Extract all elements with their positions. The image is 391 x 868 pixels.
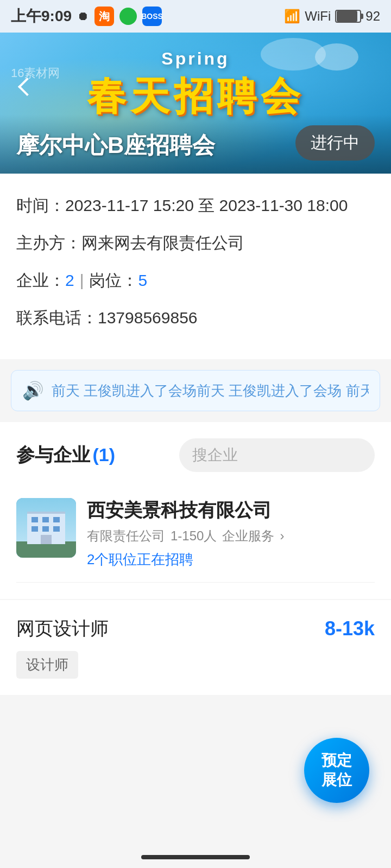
- search-input-wrapper[interactable]: 搜企业: [179, 438, 375, 472]
- battery-icon: [335, 10, 361, 23]
- position-count: 5: [138, 268, 147, 292]
- section-title-group: 参与企业 (1): [16, 443, 115, 468]
- green-app-icon: [119, 8, 137, 25]
- organizer-value: 网来网去有限责任公司: [81, 231, 244, 255]
- svg-rect-10: [42, 526, 49, 532]
- company-type: 有限责任公司: [87, 527, 165, 545]
- organizer-label: 主办方：: [16, 231, 81, 255]
- enterprise-count: 2: [65, 268, 74, 292]
- spring-label: Spring: [161, 49, 229, 69]
- company-logo: [16, 498, 76, 558]
- enterprise-label: 企业：: [16, 268, 65, 292]
- arrow-icon: ›: [280, 528, 284, 544]
- svg-rect-12: [41, 535, 52, 544]
- back-button[interactable]: [11, 71, 43, 103]
- time-row: 时间： 2023-11-17 15:20 至 2023-11-30 18:00: [16, 193, 375, 218]
- job-title: 网页设计师: [16, 616, 109, 641]
- info-card: 时间： 2023-11-17 15:20 至 2023-11-30 18:00 …: [0, 174, 391, 359]
- svg-rect-6: [31, 517, 38, 522]
- organizer-row: 主办方： 网来网去有限责任公司: [16, 231, 375, 255]
- job-section[interactable]: 网页设计师 8-13k 设计师: [0, 600, 391, 695]
- time-label: 时间：: [16, 193, 65, 218]
- svg-rect-11: [53, 526, 60, 532]
- svg-rect-9: [31, 526, 38, 532]
- status-badge: 进行中: [295, 125, 375, 161]
- svg-rect-8: [53, 517, 60, 522]
- taobao-icon: 淘: [94, 7, 114, 26]
- hero-banner: 16素材网 Spring 春天招聘会 摩尔中心B座招聘会 进行中: [0, 33, 391, 174]
- search-placeholder[interactable]: 搜企业: [192, 445, 238, 465]
- companies-section: 参与企业 (1) 搜企业: [0, 422, 391, 599]
- phone-row: 联系电话： 13798569856: [16, 305, 375, 330]
- announce-text: 前天 王俊凯进入了会场前天 王俊凯进入了会场 前天 前天 王俊凯进入了会场前天 …: [52, 381, 369, 400]
- signal-icon: 📶: [284, 9, 300, 24]
- status-left: 上午9:09 ⏺ 淘 BOSS: [11, 6, 162, 27]
- job-tag: 设计师: [16, 651, 78, 679]
- status-bar: 上午9:09 ⏺ 淘 BOSS 📶 WiFi 92: [0, 0, 391, 33]
- boss-icon: BOSS: [142, 7, 162, 26]
- job-row: 网页设计师 8-13k: [16, 616, 375, 641]
- phone-value: 13798569856: [98, 305, 198, 330]
- status-right: 📶 WiFi 92: [284, 9, 380, 24]
- svg-rect-5: [27, 512, 65, 514]
- time-value: 2023-11-17 15:20 至 2023-11-30 18:00: [65, 193, 348, 218]
- speaker-icon: 🔊: [22, 380, 44, 401]
- screen-record-icon: ⏺: [77, 9, 89, 23]
- title-overlay: 摩尔中心B座招聘会 进行中: [0, 114, 391, 174]
- company-info: 西安美景科技有限公司 有限责任公司 1-150人 企业服务 › 2个职位正在招聘: [87, 498, 375, 569]
- wifi-icon: WiFi: [305, 9, 331, 24]
- company-jobs: 2个职位正在招聘: [87, 550, 375, 569]
- fab-label: 预定 展位: [321, 751, 352, 790]
- job-salary: 8-13k: [325, 617, 375, 640]
- battery-level: 92: [365, 9, 380, 24]
- company-meta: 有限责任公司 1-150人 企业服务 ›: [87, 527, 375, 545]
- section-title: 参与企业: [16, 444, 90, 465]
- building-svg: [16, 498, 76, 558]
- event-title: 摩尔中心B座招聘会: [16, 130, 215, 161]
- company-name: 西安美景科技有限公司: [87, 498, 375, 523]
- phone-label: 联系电话：: [16, 305, 98, 330]
- job-tags: 设计师: [16, 651, 375, 679]
- section-header: 参与企业 (1) 搜企业: [16, 438, 375, 472]
- fab-reserve-button[interactable]: 预定 展位: [304, 738, 369, 803]
- company-card[interactable]: 西安美景科技有限公司 有限责任公司 1-150人 企业服务 › 2个职位正在招聘: [16, 485, 375, 583]
- status-time: 上午9:09: [11, 6, 72, 27]
- company-industry: 企业服务: [222, 527, 274, 545]
- position-label: 岗位：: [89, 268, 138, 292]
- company-size: 1-150人: [171, 527, 217, 545]
- announcement-bar: 🔊 前天 王俊凯进入了会场前天 王俊凯进入了会场 前天 前天 王俊凯进入了会场前…: [11, 370, 380, 411]
- section-count: (1): [92, 444, 115, 465]
- home-indicator: [141, 855, 250, 859]
- enterprise-row: 企业： 2 | 岗位： 5: [16, 268, 375, 292]
- svg-rect-7: [42, 517, 49, 522]
